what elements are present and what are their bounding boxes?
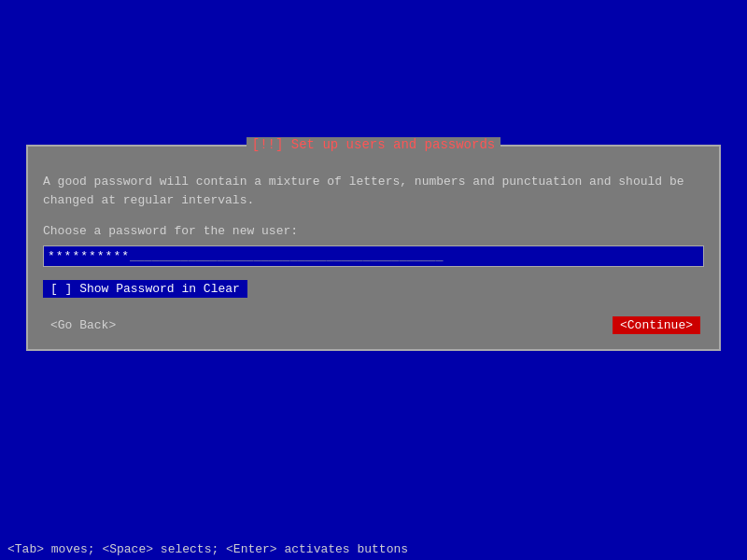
dialog-body: A good password will contain a mixture o… xyxy=(28,173,719,349)
title-bar: [!!] Set up users and passwords xyxy=(28,137,719,152)
description-text: A good password will contain a mixture o… xyxy=(43,173,704,209)
cursor: ________________________________________… xyxy=(130,249,443,263)
password-value: ********** xyxy=(48,249,130,263)
status-bar: <Tab> moves; <Space> selects; <Enter> ac… xyxy=(0,539,747,560)
prompt-text: Choose a password for the new user: xyxy=(43,224,704,238)
title-line-left xyxy=(28,145,247,146)
buttons-row: <Go Back> <Continue> xyxy=(43,316,704,334)
password-input-field[interactable]: **********______________________________… xyxy=(43,245,704,267)
dialog-title: [!!] Set up users and passwords xyxy=(247,137,500,152)
description-line2: changed at regular intervals. xyxy=(43,193,254,207)
go-back-button[interactable]: <Go Back> xyxy=(47,316,120,334)
title-line-right xyxy=(500,145,719,146)
show-password-label: [ ] Show Password in Clear xyxy=(50,282,240,296)
dialog-box: [!!] Set up users and passwords A good p… xyxy=(26,145,721,351)
show-password-checkbox[interactable]: [ ] Show Password in Clear xyxy=(43,280,247,298)
status-text: <Tab> moves; <Space> selects; <Enter> ac… xyxy=(7,542,408,556)
description-line1: A good password will contain a mixture o… xyxy=(43,175,684,189)
continue-button[interactable]: <Continue> xyxy=(613,316,700,334)
